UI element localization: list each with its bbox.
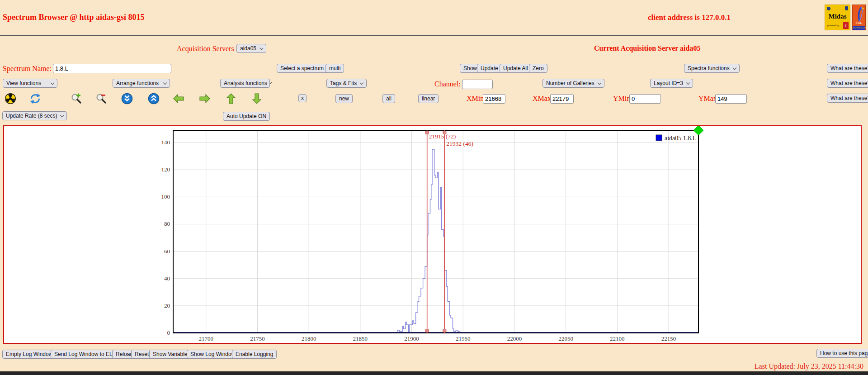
spectrum-chart-container: 2170021750218002185021900219502200022050… [3, 125, 862, 344]
channel-input[interactable] [462, 80, 493, 89]
xmin-input[interactable] [483, 94, 505, 104]
cursor-marker-top-handle[interactable] [443, 131, 446, 134]
ymin-input[interactable] [629, 94, 661, 104]
radiation-icon[interactable] [5, 93, 16, 106]
cursor-marker-bottom-handle[interactable] [443, 329, 446, 332]
ymax-input[interactable] [715, 94, 747, 104]
tcl-logo-text: TCL [853, 21, 865, 24]
zero-button[interactable]: Zero [529, 64, 547, 73]
y-tick-label: 0 [167, 329, 170, 336]
chevron-down-icon [259, 46, 263, 50]
midas-shield-icon [845, 6, 848, 10]
chevron-down-icon [360, 81, 363, 85]
zoom-out-icon[interactable] [95, 93, 107, 106]
tcl-powered-logo[interactable]: TCL POWERED [852, 5, 866, 30]
y-tick-label: 80 [164, 220, 170, 227]
x-tick-label: 21850 [353, 335, 368, 341]
chevron-down-icon [270, 82, 272, 84]
what-are-these-button-3[interactable]: What are these? [827, 94, 868, 103]
cursor-marker-bottom-handle[interactable] [425, 329, 429, 332]
y-tick-label: 40 [164, 275, 170, 282]
zoom-in-icon[interactable] [71, 93, 82, 106]
cursor-marker-label: 21932 (46) [446, 140, 473, 147]
page-title: Spectrum Browser @ http aidas-gsi 8015 [3, 13, 145, 22]
arrow-up-icon[interactable] [225, 93, 237, 106]
arrow-left-icon[interactable] [173, 93, 184, 106]
chevron-down-icon [163, 81, 167, 85]
x-tick-label: 22150 [661, 335, 676, 341]
channel-label: Channel: [434, 80, 461, 88]
empty-log-window-button[interactable]: Empty Log Window [2, 350, 56, 359]
midas-feather-icon: f [843, 22, 849, 29]
compress-y-icon[interactable] [121, 93, 133, 106]
spectra-functions-dropdown[interactable]: Spectra functions [684, 64, 740, 73]
chevron-down-icon [51, 81, 54, 85]
tcl-feather-icon [853, 6, 866, 23]
acquisition-servers-label: Acquisition Servers [177, 45, 234, 53]
xmax-input[interactable] [550, 94, 574, 104]
midas-emblem-icon [827, 7, 830, 10]
multi-button[interactable]: multi [326, 64, 344, 73]
xmin-label: XMin [467, 95, 484, 103]
cursor-marker-label: 21915 (72) [429, 133, 456, 140]
number-of-galleries-dropdown[interactable]: Number of Galleries [542, 79, 604, 88]
chevron-down-icon [686, 81, 690, 85]
current-acquisition-server: Current Acquisition Server aida05 [594, 44, 700, 52]
x-button[interactable]: x [298, 94, 307, 102]
view-functions-dropdown[interactable]: View functions [3, 79, 57, 88]
update-all-button[interactable]: Update All [500, 64, 532, 73]
auto-update-button[interactable]: Auto Update ON [223, 112, 270, 121]
client-address: client address is 127.0.0.1 [648, 13, 731, 22]
last-updated-text: Last Updated: July 23, 2025 11:44:30 [755, 362, 863, 370]
how-to-use-this-page-button[interactable]: How to use this page [816, 349, 868, 358]
midas-logo-text: Midas [825, 13, 850, 20]
show-log-window-button[interactable]: Show Log Window [187, 350, 239, 359]
spectrum-name-input[interactable] [53, 64, 171, 73]
analysis-functions-dropdown[interactable]: Analysis functions [220, 79, 270, 88]
all-button[interactable]: all [382, 94, 395, 103]
x-tick-label: 21900 [404, 335, 419, 341]
x-tick-label: 21800 [302, 335, 316, 341]
x-tick-label: 22100 [610, 335, 625, 341]
enable-logging-button[interactable]: Enable Logging [232, 350, 277, 359]
send-log-window-to-elog-button[interactable]: Send Log Window to ELog [51, 350, 122, 359]
y-tick-label: 120 [161, 166, 170, 173]
layout-id-dropdown[interactable]: Layout ID=3 [650, 79, 693, 88]
refresh-icon[interactable] [29, 93, 41, 106]
spectrum-browser-page: Spectrum Browser @ http aidas-gsi 8015 c… [0, 0, 868, 375]
cursor-marker-top-handle[interactable] [425, 131, 429, 134]
chevron-down-icon [732, 66, 736, 70]
expand-y-icon[interactable] [148, 93, 160, 106]
corner-diamond-handle[interactable] [693, 126, 703, 135]
linear-button[interactable]: linear [418, 94, 439, 103]
spectrum-name-label: Spectrum Name: [3, 65, 52, 73]
y-tick-label: 140 [161, 139, 170, 146]
x-tick-label: 22050 [558, 335, 573, 341]
y-tick-label: 20 [164, 302, 170, 309]
chevron-down-icon [60, 114, 64, 117]
arrow-right-icon[interactable] [199, 93, 211, 106]
plot-border [173, 130, 698, 333]
new-button[interactable]: new [335, 94, 353, 103]
update-button[interactable]: Update [477, 64, 502, 73]
header-divider [0, 35, 868, 36]
ymin-label: YMin [613, 95, 630, 103]
histogram-trace [173, 149, 698, 333]
x-tick-label: 21750 [250, 335, 265, 341]
ymax-label: YMax [698, 95, 717, 103]
legend-label: aida05 1.8.L [665, 135, 696, 142]
arrow-down-icon[interactable] [251, 93, 263, 106]
chevron-down-icon [597, 81, 601, 85]
update-rate-dropdown[interactable]: Update Rate (8 secs) [2, 111, 67, 120]
acquisition-server-select[interactable]: aida05 [236, 44, 266, 53]
arrange-functions-dropdown[interactable]: Arrange functions [113, 79, 170, 88]
legend-swatch [656, 135, 662, 141]
spectrum-plot[interactable]: 2170021750218002185021900219502200022050… [4, 126, 861, 341]
what-are-these-button-2[interactable]: What are these? [827, 79, 868, 88]
x-tick-label: 21950 [456, 335, 471, 341]
tcl-powered-text: POWERED [853, 26, 865, 30]
what-are-these-button-1[interactable]: What are these? [827, 64, 868, 73]
x-tick-label: 22000 [507, 335, 522, 341]
tags-fits-dropdown[interactable]: Tags & Fits [326, 79, 367, 88]
midas-logo[interactable]: Midas powered by f [825, 5, 850, 30]
